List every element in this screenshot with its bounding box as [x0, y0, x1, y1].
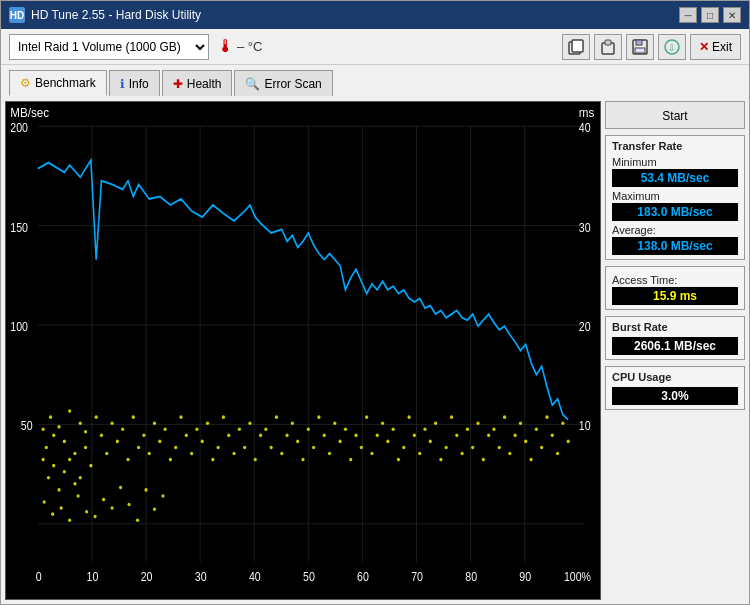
svg-point-47	[49, 415, 52, 419]
svg-point-74	[142, 434, 145, 438]
svg-point-109	[328, 452, 331, 456]
svg-point-45	[42, 427, 45, 431]
burst-rate-label: Burst Rate	[612, 321, 738, 333]
svg-point-120	[386, 440, 389, 444]
title-bar-controls: ─ □ ✕	[679, 7, 741, 23]
svg-point-136	[471, 446, 474, 450]
svg-point-76	[153, 421, 156, 425]
access-time-value: 15.9 ms	[612, 287, 738, 305]
svg-point-89	[222, 415, 225, 419]
svg-point-147	[529, 458, 532, 462]
svg-point-156	[51, 512, 54, 516]
svg-point-161	[94, 515, 97, 519]
svg-point-84	[195, 427, 198, 431]
svg-rect-3	[605, 40, 611, 45]
svg-point-72	[132, 415, 135, 419]
svg-text:30: 30	[579, 221, 591, 234]
svg-point-153	[561, 421, 564, 425]
svg-point-118	[376, 434, 379, 438]
svg-point-78	[164, 427, 167, 431]
svg-point-91	[232, 452, 235, 456]
svg-point-135	[466, 427, 469, 431]
svg-point-81	[179, 415, 182, 419]
paste-icon-btn[interactable]	[594, 34, 622, 60]
svg-point-138	[482, 458, 485, 462]
burst-rate-group: Burst Rate 2606.1 MB/sec	[605, 316, 745, 360]
svg-text:0: 0	[36, 570, 42, 583]
chart-area: MB/sec 200 150 100 50 ms 40 30 20 10 0 1…	[5, 101, 601, 600]
info-tab-label: Info	[129, 77, 149, 91]
svg-text:ms: ms	[579, 105, 595, 120]
svg-point-80	[174, 446, 177, 450]
svg-point-100	[280, 452, 283, 456]
svg-point-149	[540, 446, 543, 450]
minimum-label: Minimum	[612, 156, 738, 168]
svg-text:10: 10	[579, 420, 591, 433]
maximize-button[interactable]: □	[701, 7, 719, 23]
health-tab-label: Health	[187, 77, 222, 91]
svg-point-122	[397, 458, 400, 462]
svg-point-86	[206, 421, 209, 425]
svg-point-96	[259, 434, 262, 438]
svg-point-169	[161, 494, 164, 498]
svg-rect-5	[636, 40, 642, 45]
window-title: HD Tune 2.55 - Hard Disk Utility	[31, 8, 201, 22]
maximum-value: 183.0 MB/sec	[612, 203, 738, 221]
svg-text:150: 150	[10, 221, 28, 234]
svg-point-70	[121, 427, 124, 431]
svg-point-137	[476, 421, 479, 425]
svg-rect-1	[572, 40, 583, 52]
tab-error-scan[interactable]: 🔍 Error Scan	[234, 70, 332, 96]
svg-point-73	[137, 446, 140, 450]
tab-health[interactable]: ✚ Health	[162, 70, 233, 96]
svg-rect-9	[6, 102, 600, 599]
title-bar: HD HD Tune 2.55 - Hard Disk Utility ─ □ …	[1, 1, 749, 29]
svg-point-129	[434, 421, 437, 425]
svg-point-110	[333, 421, 336, 425]
burst-rate-value: 2606.1 MB/sec	[612, 337, 738, 355]
svg-point-125	[413, 434, 416, 438]
svg-point-88	[217, 446, 220, 450]
drive-select[interactable]: Intel Raid 1 Volume (1000 GB)	[9, 34, 209, 60]
benchmark-tab-icon: ⚙	[20, 76, 31, 90]
temperature-display: 🌡 – °C	[217, 36, 262, 57]
main-content: MB/sec 200 150 100 50 ms 40 30 20 10 0 1…	[1, 97, 749, 604]
svg-point-75	[148, 452, 151, 456]
svg-point-119	[381, 421, 384, 425]
temp-value: – °C	[237, 39, 262, 54]
svg-point-105	[307, 427, 310, 431]
svg-point-160	[85, 510, 88, 514]
svg-point-99	[275, 415, 278, 419]
svg-text:100%: 100%	[564, 570, 591, 583]
close-button[interactable]: ✕	[723, 7, 741, 23]
svg-point-98	[270, 446, 273, 450]
svg-point-95	[254, 458, 257, 462]
export-icon-btn[interactable]: ⇩	[658, 34, 686, 60]
tab-info[interactable]: ℹ Info	[109, 70, 160, 96]
svg-point-102	[291, 421, 294, 425]
tab-benchmark[interactable]: ⚙ Benchmark	[9, 70, 107, 96]
copy-icon-btn[interactable]	[562, 34, 590, 60]
svg-point-144	[514, 434, 517, 438]
exit-button[interactable]: ✕ Exit	[690, 34, 741, 60]
svg-text:20: 20	[141, 570, 153, 583]
svg-rect-6	[635, 48, 645, 53]
svg-point-60	[68, 458, 71, 462]
svg-point-48	[52, 434, 55, 438]
svg-point-101	[285, 434, 288, 438]
svg-point-132	[450, 415, 453, 419]
info-tab-icon: ℹ	[120, 77, 125, 91]
svg-point-114	[354, 434, 357, 438]
svg-point-107	[317, 415, 320, 419]
error-scan-tab-label: Error Scan	[264, 77, 321, 91]
save-icon-btn[interactable]	[626, 34, 654, 60]
transfer-rate-group: Transfer Rate Minimum 53.4 MB/sec Maximu…	[605, 135, 745, 260]
svg-point-106	[312, 446, 315, 450]
thermometer-icon: 🌡	[217, 36, 235, 57]
cpu-usage-group: CPU Usage 3.0%	[605, 366, 745, 410]
start-button[interactable]: Start	[605, 101, 745, 129]
minimize-button[interactable]: ─	[679, 7, 697, 23]
svg-text:MB/sec: MB/sec	[10, 105, 49, 120]
svg-point-158	[68, 518, 71, 522]
average-value: 138.0 MB/sec	[612, 237, 738, 255]
